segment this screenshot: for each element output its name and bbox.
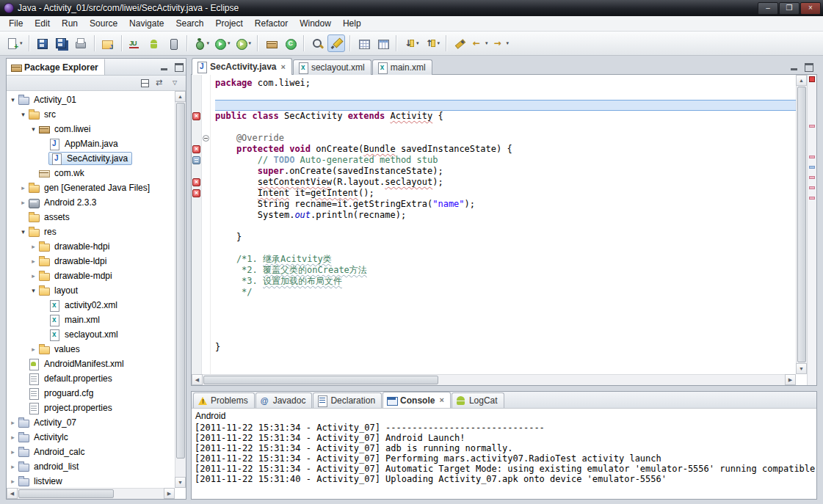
tree-item-activity-01[interactable]: ▾Activity_01 <box>7 92 175 107</box>
code-line-17[interactable]: /*1. 继承Acitvity类 <box>215 254 796 265</box>
link-with-editor-icon[interactable] <box>154 77 167 90</box>
tree-item-res[interactable]: ▾res <box>7 224 175 239</box>
code-line-8[interactable]: // TODO Auto-generated method stub <box>215 155 796 166</box>
code-line-7[interactable]: protected void onCreate(Bundle savedInst… <box>215 144 796 155</box>
new-wizard-button[interactable]: ▾ <box>4 34 24 52</box>
overview-pink-mark[interactable] <box>809 186 815 189</box>
expander-icon[interactable]: ▸ <box>8 463 18 470</box>
overview-blue-mark[interactable] <box>809 166 815 169</box>
menu-edit[interactable]: Edit <box>29 16 56 31</box>
menu-navigate[interactable]: Navigate <box>123 16 170 31</box>
expander-icon[interactable]: ▸ <box>8 448 18 456</box>
overview-pink-mark[interactable] <box>809 176 815 179</box>
back-history-button[interactable]: ▾ <box>470 34 490 52</box>
code-line-9[interactable]: super.onCreate(savedInstanceState); <box>215 166 796 177</box>
expander-icon[interactable]: ▾ <box>8 96 18 103</box>
tab-problems[interactable]: Problems <box>193 392 255 408</box>
forward-history-button[interactable]: ▾ <box>491 34 511 52</box>
overview-pink-mark[interactable] <box>809 125 815 128</box>
previous-annotation-button[interactable]: ▾ <box>422 34 442 52</box>
run-button[interactable]: ▾ <box>212 34 232 52</box>
tree-item-androidmanifest-xml[interactable]: AndroidManifest.xml <box>7 357 175 371</box>
tab-javadoc[interactable]: Javadoc <box>255 392 313 408</box>
console-output[interactable]: [2011-11-22 15:31:34 - Activity_07] ----… <box>192 422 816 499</box>
code-line-21[interactable] <box>215 298 796 309</box>
expander-icon[interactable]: ▸ <box>8 478 18 485</box>
close-tab-icon[interactable]: × <box>439 396 443 404</box>
error-marker-icon[interactable] <box>192 189 200 197</box>
expander-icon[interactable]: ▸ <box>18 184 28 191</box>
scroll-right-icon[interactable] <box>164 488 175 499</box>
collapse-all-icon[interactable] <box>139 77 152 90</box>
horizontal-sash[interactable] <box>191 386 817 391</box>
dropdown-arrow-icon[interactable]: ▾ <box>207 40 210 46</box>
expander-icon[interactable]: ▸ <box>8 434 18 441</box>
tree-item-android-calc[interactable]: ▸Android_calc <box>7 445 175 459</box>
code-line-23[interactable] <box>215 320 796 331</box>
code-line-20[interactable]: */ <box>215 287 796 298</box>
code-line-2[interactable] <box>215 89 796 100</box>
new-java-package-button[interactable] <box>262 34 280 52</box>
tree-item-activity-07[interactable]: ▸Activity_07 <box>7 415 175 430</box>
tree-item-gen-generated-java-files[interactable]: ▸gen [Generated Java Files] <box>7 180 175 195</box>
tree-item-activitylc[interactable]: ▸Activitylc <box>7 430 175 445</box>
view-menu-icon[interactable] <box>170 77 183 90</box>
tab-console[interactable]: Console× <box>383 392 451 408</box>
code-line-1[interactable]: package com.liwei; <box>215 78 796 89</box>
close-tab-icon[interactable]: × <box>281 63 286 71</box>
scroll-left-icon[interactable] <box>192 374 203 385</box>
tree-item-com-wk[interactable]: com.wk <box>7 166 175 180</box>
code-line-18[interactable]: *2. 覆盖父类的onCreate方法 <box>215 265 796 276</box>
editor-minimize-icon[interactable] <box>788 60 801 73</box>
editor-horizontal-scrollbar[interactable] <box>192 374 796 385</box>
minimize-button[interactable]: – <box>758 2 778 15</box>
tree-item-appmain-java[interactable]: AppMain.java <box>7 136 175 151</box>
tab-declaration[interactable]: Declaration <box>313 392 382 408</box>
tree-item-com-liwei[interactable]: ▾com.liwei <box>7 122 175 136</box>
dropdown-arrow-icon[interactable]: ▾ <box>507 40 510 46</box>
code-line-4[interactable]: public class SecActivity extends Activit… <box>215 111 796 122</box>
code-line-14[interactable] <box>215 221 796 232</box>
dropdown-arrow-icon[interactable]: ▾ <box>416 40 419 46</box>
tree-vertical-scrollbar[interactable] <box>175 91 186 488</box>
tree-item-src[interactable]: ▾src <box>7 107 175 122</box>
dropdown-arrow-icon[interactable]: ▾ <box>228 40 231 46</box>
expander-icon[interactable]: ▾ <box>18 228 28 235</box>
tree-item-listview[interactable]: ▸listview <box>7 474 175 488</box>
expander-icon[interactable]: ▾ <box>29 125 38 133</box>
error-marker-icon[interactable] <box>192 145 200 153</box>
expander-icon[interactable]: ▸ <box>29 346 38 353</box>
editor-vertical-scrollbar[interactable] <box>796 75 807 374</box>
menu-source[interactable]: Source <box>84 16 123 31</box>
code-line-22[interactable] <box>215 309 796 320</box>
editor-scroll-thumb[interactable] <box>797 87 806 362</box>
save-button[interactable] <box>34 34 51 52</box>
dropdown-arrow-icon[interactable]: ▾ <box>438 40 440 46</box>
expander-icon[interactable]: ▸ <box>29 258 38 265</box>
tree-item-android-list[interactable]: ▸android_list <box>7 459 175 474</box>
tree-item-activity02-xml[interactable]: activity02.xml <box>7 298 175 313</box>
editor-maximize-icon[interactable] <box>802 60 815 73</box>
code-line-25[interactable]: } <box>215 342 796 353</box>
tree-item-drawable-hdpi[interactable]: ▸drawable-hdpi <box>7 239 175 254</box>
tree-scroll-thumb[interactable] <box>176 103 185 459</box>
tree-item-android-2-3-3[interactable]: ▸Android 2.3.3 <box>7 195 175 210</box>
expander-icon[interactable]: ▸ <box>18 199 28 206</box>
new-java-class-button[interactable] <box>281 34 299 52</box>
code-line-24[interactable] <box>215 331 796 342</box>
tree-item-main-xml[interactable]: main.xml <box>7 313 175 327</box>
code-line-6[interactable]: @Override <box>215 133 796 144</box>
menu-window[interactable]: Window <box>294 16 337 31</box>
editor-tab-secactivity-java[interactable]: SecActivity.java× <box>192 58 292 75</box>
code-line-12[interactable]: String recname=it.getStringExtra("name")… <box>215 199 796 210</box>
save-all-button[interactable] <box>53 34 70 52</box>
show-view-table-button[interactable] <box>374 34 391 52</box>
avd-manager-button[interactable] <box>164 34 182 52</box>
editor-tab-seclayout-xml[interactable]: seclayout.xml <box>293 59 371 75</box>
menu-help[interactable]: Help <box>337 16 367 31</box>
scroll-up-icon[interactable] <box>175 91 186 102</box>
tree-item-assets[interactable]: assets <box>7 210 175 224</box>
dropdown-arrow-icon[interactable]: ▾ <box>249 40 252 46</box>
expander-icon[interactable]: ▸ <box>8 419 18 426</box>
task-marker-icon[interactable] <box>192 156 200 164</box>
